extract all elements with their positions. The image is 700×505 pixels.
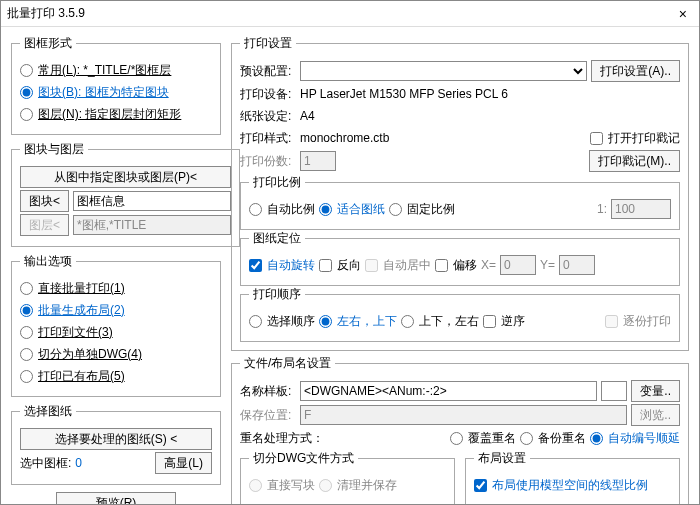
ratio-input [611,199,671,219]
scale-fit[interactable]: 适合图纸 [319,201,385,218]
orient-legend: 图纸定位 [249,230,305,247]
layer-input [73,215,231,235]
reverse-checkbox[interactable]: 反向 [319,257,361,274]
output-group: 输出选项 直接批量打印(1) 批量生成布局(2) 打印到文件(3) 切分为单独D… [11,253,221,397]
paper-label: 纸张设定: [240,108,296,125]
order-legend: 打印顺序 [249,286,305,303]
device-value: HP LaserJet M1530 MFP Series PCL 6 [300,87,508,101]
style-label: 打印样式: [240,130,296,147]
stamp-button[interactable]: 打印戳记(M).. [589,150,680,172]
out-print-file[interactable]: 打印到文件(3) [20,324,113,341]
preset-select[interactable] [300,61,587,81]
name-template-label: 名称样板: [240,383,296,400]
offset-checkbox[interactable]: 偏移 [435,257,477,274]
select-sheets-legend: 选择图纸 [20,403,76,420]
scale-fixed[interactable]: 固定比例 [389,201,455,218]
save-loc-input [300,405,627,425]
name-template-input[interactable] [300,381,597,401]
order-lr-tb[interactable]: 左右，上下 [319,313,397,330]
window-title: 批量打印 3.5.9 [7,5,673,22]
dup-label: 重名处理方式： [240,430,324,447]
print-settings-group: 打印设置 预设配置: 打印设置(A).. 打印设备:HP LaserJet M1… [231,35,689,351]
stamp-checkbox[interactable]: 打开打印戳记 [590,130,680,147]
out-split-dwg[interactable]: 切分为单独DWG(4) [20,346,142,363]
split-group: 切分DWG文件方式 直接写块 清理并保存 [240,450,455,504]
layout-model-scale-checkbox[interactable]: 布局使用模型空间的线型比例 [474,477,648,494]
block-button[interactable]: 图块< [20,190,69,212]
layout-set-legend: 布局设置 [474,450,530,467]
copies-input [300,151,336,171]
paper-value: A4 [300,109,315,123]
out-gen-layout[interactable]: 批量生成布局(2) [20,302,125,319]
save-loc-label: 保存位置: [240,407,296,424]
collate-checkbox: 逐份打印 [605,313,671,330]
device-label: 打印设备: [240,86,296,103]
frame-style-legend: 图框形式 [20,35,76,52]
browse-button: 浏览.. [631,404,680,426]
output-legend: 输出选项 [20,253,76,270]
block-layer-group: 图块与图层 从图中指定图块或图层(P)< 图块< 图层< [11,141,240,247]
block-input[interactable] [73,191,231,211]
y-label: Y= [540,258,555,272]
frame-opt-layer[interactable]: 图层(N): 指定图层封闭矩形 [20,106,181,123]
order-reverse-checkbox[interactable]: 逆序 [483,313,525,330]
order-select[interactable]: 选择顺序 [249,313,315,330]
y-input [559,255,595,275]
layer-button: 图层< [20,214,69,236]
x-label: X= [481,258,496,272]
order-group: 打印顺序 选择顺序 左右，上下 上下，左右 逆序 逐份打印 [240,286,680,342]
split-direct: 直接写块 [249,477,315,494]
print-settings-legend: 打印设置 [240,35,296,52]
select-sheets-group: 选择图纸 选择要处理的图纸(S) < 选中图框: 0 高显(L) [11,403,221,485]
print-setup-button[interactable]: 打印设置(A).. [591,60,680,82]
dup-overwrite[interactable]: 覆盖重名 [450,430,516,447]
scale-group: 打印比例 自动比例 适合图纸 固定比例 1: [240,174,680,230]
dup-backup[interactable]: 备份重名 [520,430,586,447]
split-clean: 清理并保存 [319,477,397,494]
center-checkbox: 自动居中 [365,257,431,274]
auto-rotate-checkbox[interactable]: 自动旋转 [249,257,315,274]
out-existing-layout[interactable]: 打印已有布局(5) [20,368,125,385]
file-layout-legend: 文件/布局名设置 [240,355,335,372]
preset-label: 预设配置: [240,63,296,80]
file-layout-group: 文件/布局名设置 名称样板: 变量.. 保存位置: 浏览.. 重名处理方式： 覆… [231,355,689,504]
layout-set-group: 布局设置 布局使用模型空间的线型比例 [465,450,680,504]
variable-button[interactable]: 变量.. [631,380,680,402]
name-extra-input[interactable] [601,381,627,401]
selected-count-value: 0 [75,456,82,470]
style-value: monochrome.ctb [300,131,389,145]
x-input [500,255,536,275]
frame-style-group: 图框形式 常用(L): *_TITLE/*图框层 图块(B): 图框为特定图块 … [11,35,221,135]
scale-legend: 打印比例 [249,174,305,191]
out-direct-print[interactable]: 直接批量打印(1) [20,280,125,297]
copies-label: 打印份数: [240,153,296,170]
highlight-button[interactable]: 高显(L) [155,452,212,474]
close-icon[interactable]: × [673,6,693,22]
orient-group: 图纸定位 自动旋转 反向 自动居中 偏移 X= Y= [240,230,680,286]
pick-from-drawing-button[interactable]: 从图中指定图块或图层(P)< [20,166,231,188]
selected-count-label: 选中图框: [20,455,71,472]
dup-autonum[interactable]: 自动编号顺延 [590,430,680,447]
frame-opt-common[interactable]: 常用(L): *_TITLE/*图框层 [20,62,171,79]
frame-opt-block[interactable]: 图块(B): 图框为特定图块 [20,84,169,101]
ratio-label: 1: [597,202,607,216]
order-tb-lr[interactable]: 上下，左右 [401,313,479,330]
scale-auto[interactable]: 自动比例 [249,201,315,218]
split-legend: 切分DWG文件方式 [249,450,358,467]
preview-button[interactable]: 预览(R) [56,492,176,504]
select-sheets-button[interactable]: 选择要处理的图纸(S) < [20,428,212,450]
block-layer-legend: 图块与图层 [20,141,88,158]
